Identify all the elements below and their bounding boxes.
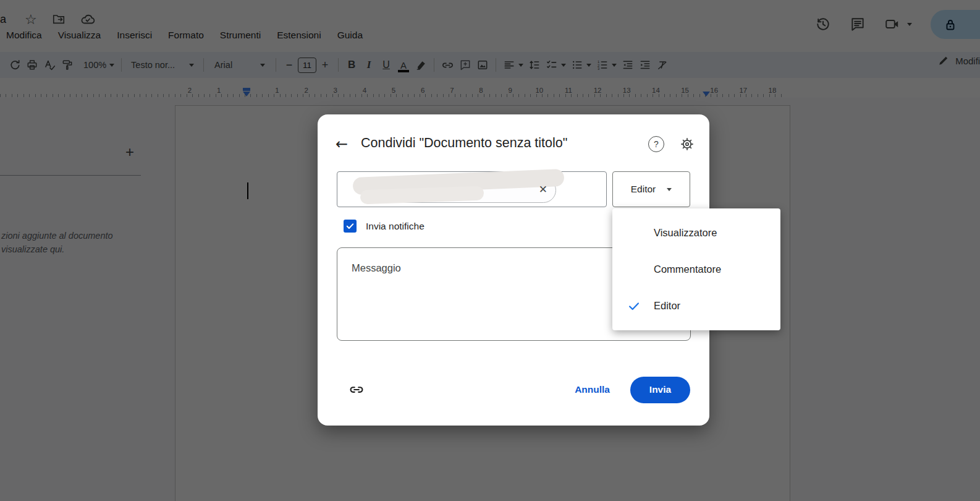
cancel-button[interactable]: Annulla <box>567 379 617 400</box>
notify-checkbox[interactable] <box>344 220 357 233</box>
role-dropdown-button[interactable]: Editor <box>612 171 690 207</box>
check-icon <box>345 221 355 231</box>
selected-check-icon <box>626 299 642 313</box>
copy-link-button[interactable] <box>347 380 366 400</box>
share-dialog-footer: Annulla Invia <box>318 376 709 403</box>
share-dialog-title: Condividi "Documento senza titolo" <box>361 135 567 151</box>
back-button[interactable]: ← <box>332 135 351 153</box>
role-menu: Visualizzatore Commentatore Editor <box>612 208 780 330</box>
role-menu-item[interactable]: Visualizzatore <box>612 215 780 251</box>
role-menu-item[interactable]: Commentatore <box>612 251 780 288</box>
help-icon[interactable]: ? <box>648 136 664 152</box>
settings-gear-icon[interactable] <box>679 136 695 152</box>
role-caret-icon <box>667 188 672 191</box>
google-docs-window: a ☆ <box>0 0 980 501</box>
notify-label: Invia notifiche <box>366 221 425 232</box>
chip-remove-icon[interactable]: ✕ <box>539 183 547 195</box>
role-menu-item[interactable]: Editor <box>612 288 780 324</box>
recipients-input[interactable]: ✕ <box>337 171 607 207</box>
send-button[interactable]: Invia <box>630 377 690 403</box>
notify-row: Invia notifiche <box>344 220 425 233</box>
share-dialog-header: ← Condividi "Documento senza titolo" ? <box>318 114 709 170</box>
recipient-chip[interactable]: ✕ <box>363 178 556 203</box>
message-placeholder: Messaggio <box>352 262 401 274</box>
link-icon <box>348 382 365 398</box>
